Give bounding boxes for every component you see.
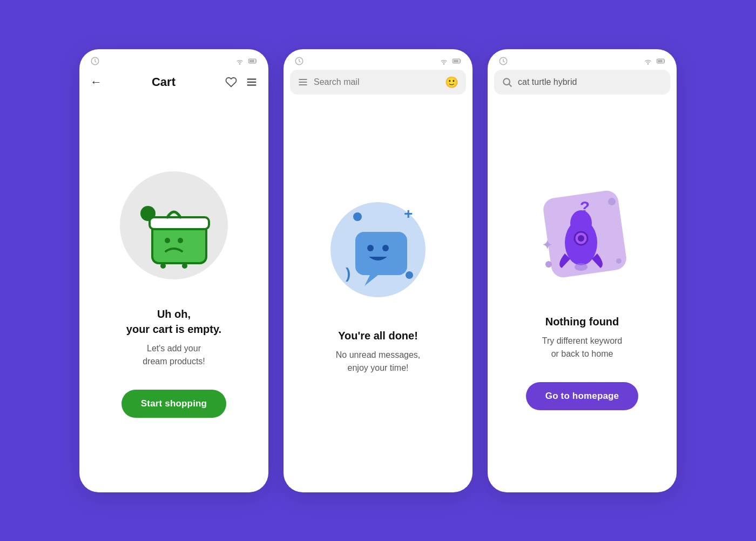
svg-rect-28 [355, 232, 407, 275]
search-input[interactable] [518, 77, 663, 87]
status-bar-left-search [498, 56, 508, 66]
search-illustration: ? ✦ [517, 168, 647, 298]
notfound-svg: ? ✦ [523, 173, 642, 292]
clock-icon-search [498, 56, 508, 66]
card-cart: ← Cart + $ [79, 49, 268, 492]
status-bar-search [488, 49, 677, 69]
svg-point-26 [406, 271, 413, 279]
smiley-icon: 🙂 [445, 76, 458, 89]
svg-text:): ) [346, 265, 350, 282]
svg-point-14 [160, 263, 166, 269]
cart-illustration: + $ [109, 161, 239, 290]
mail-search-input[interactable] [314, 77, 440, 87]
card-search: ? ✦ [488, 49, 677, 492]
wifi-icon-mail [439, 56, 449, 66]
status-bar-right [235, 56, 258, 66]
search-bar-main[interactable] [494, 70, 670, 95]
menu-icon-mail [298, 77, 308, 88]
svg-line-36 [509, 84, 512, 86]
mail-illustration: + ) [313, 182, 443, 312]
mail-svg: + ) [319, 188, 437, 306]
screens-container: ← Cart + $ [79, 49, 677, 492]
svg-point-46 [578, 235, 584, 242]
svg-point-47 [575, 263, 588, 271]
mail-done-subtitle: No unread messages, enjoy your time! [336, 349, 421, 375]
svg-rect-19 [454, 59, 458, 62]
battery-icon-search [656, 56, 666, 66]
cart-svg: + $ [120, 171, 228, 279]
mail-content: + ) Y [284, 97, 473, 492]
svg-point-13 [178, 238, 183, 243]
go-to-homepage-button[interactable]: Go to homepage [526, 382, 639, 410]
status-bar-mail [284, 49, 473, 69]
svg-point-29 [367, 245, 374, 251]
svg-point-1 [239, 63, 240, 64]
clock-icon [90, 56, 100, 66]
nav-bar-cart: ← Cart [79, 69, 268, 97]
svg-point-42 [616, 258, 622, 264]
svg-point-30 [382, 245, 389, 251]
svg-rect-34 [658, 59, 663, 62]
cart-nav-icons [225, 76, 258, 88]
notfound-subtitle: Try different keyword or back to home [542, 335, 623, 360]
svg-rect-3 [249, 59, 254, 62]
svg-text:✦: ✦ [542, 238, 552, 252]
mail-done-title: You're all done! [338, 328, 418, 343]
status-bar-cart [79, 49, 268, 69]
svg-point-35 [503, 78, 510, 85]
status-bar-left [90, 56, 100, 66]
nav-bar-search [488, 69, 677, 97]
svg-point-15 [182, 263, 187, 269]
svg-text:+: + [404, 205, 413, 222]
wifi-icon-search [643, 56, 653, 66]
cart-title: Cart [152, 75, 176, 89]
svg-point-39 [608, 198, 616, 205]
svg-point-40 [545, 261, 552, 268]
search-bar-mail[interactable]: 🙂 [290, 70, 466, 95]
status-bar-right-search [643, 56, 666, 66]
cart-content: + $ U [79, 97, 268, 492]
search-content: ? ✦ [488, 97, 677, 492]
wifi-icon [235, 56, 245, 66]
heart-button[interactable] [225, 76, 237, 88]
start-shopping-button[interactable]: Start shopping [122, 390, 226, 418]
cart-empty-title: Uh oh, your cart is empty. [126, 306, 221, 337]
svg-point-25 [353, 212, 362, 221]
svg-rect-11 [150, 217, 209, 229]
nav-bar-mail: 🙂 [284, 69, 473, 97]
status-bar-left-mail [294, 56, 304, 66]
search-icon [502, 77, 512, 88]
hamburger-icon [246, 76, 258, 88]
svg-point-32 [647, 63, 649, 64]
status-bar-right-mail [439, 56, 462, 66]
battery-icon [248, 56, 258, 66]
menu-button[interactable] [246, 76, 258, 88]
notfound-title: Nothing found [545, 314, 619, 329]
cart-empty-subtitle: Let's add your dream products! [143, 342, 205, 368]
heart-icon [225, 76, 237, 88]
battery-icon-mail [452, 56, 462, 66]
card-mail: 🙂 + ) [284, 49, 473, 492]
svg-point-17 [443, 63, 444, 64]
svg-point-12 [165, 238, 170, 243]
back-button[interactable]: ← [90, 75, 102, 89]
clock-icon-mail [294, 56, 304, 66]
